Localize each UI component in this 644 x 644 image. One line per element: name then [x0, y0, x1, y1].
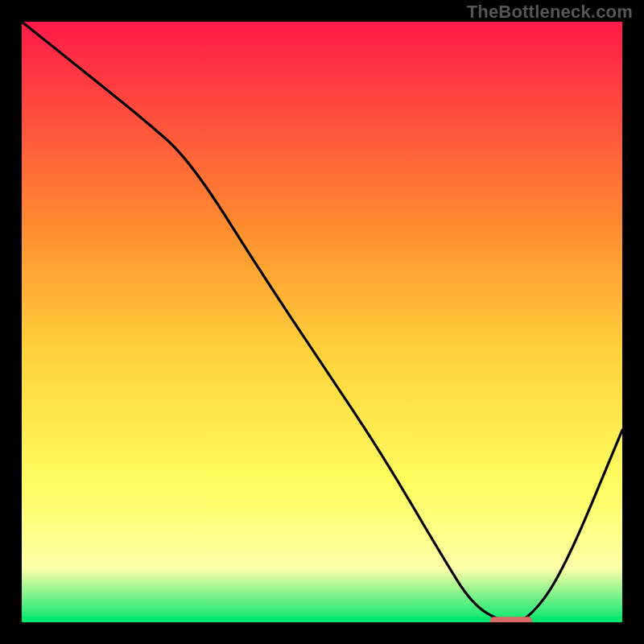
- optimal-range-marker: [490, 617, 532, 622]
- baseline-band: [22, 617, 622, 622]
- bottleneck-chart: [22, 22, 622, 622]
- chart-frame: TheBottleneck.com: [0, 0, 644, 644]
- watermark-text: TheBottleneck.com: [467, 2, 633, 23]
- gradient-background: [22, 22, 622, 622]
